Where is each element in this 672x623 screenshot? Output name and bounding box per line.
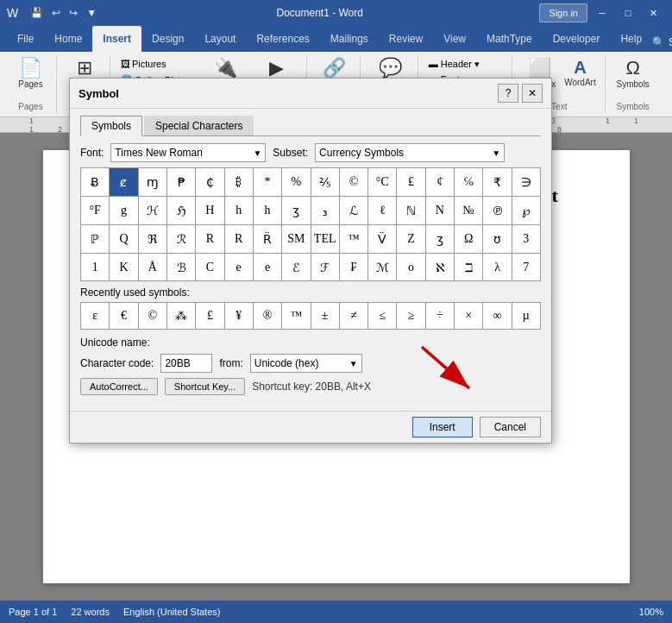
sign-in-button[interactable]: Sign in [539, 3, 587, 22]
symbol-cell[interactable]: ℓ [368, 197, 396, 224]
recent-symbol-cell[interactable]: ≠ [340, 303, 367, 329]
tab-file[interactable]: File [7, 26, 44, 52]
symbol-cell[interactable]: ℬ [167, 254, 195, 281]
minimize-button[interactable]: ─ [591, 3, 613, 22]
symbol-cell[interactable]: ℶ [455, 254, 482, 281]
cancel-button[interactable]: Cancel [480, 417, 541, 437]
symbol-cell[interactable]: ℌ [167, 197, 195, 224]
symbol-cell[interactable]: TEL [311, 225, 339, 253]
symbol-cell[interactable]: e [225, 254, 253, 281]
pages-button[interactable]: 📄 Pages [15, 57, 46, 91]
symbol-cell[interactable]: ℗ [483, 197, 511, 224]
symbol-cell[interactable]: R̈ [254, 225, 281, 253]
close-button[interactable]: ✕ [643, 3, 665, 22]
symbol-cell[interactable]: ȼ [110, 168, 137, 196]
recent-symbol-cell[interactable]: ε [81, 303, 109, 329]
symbol-cell[interactable]: h [225, 197, 253, 224]
tab-references[interactable]: References [246, 26, 319, 52]
recent-symbol-cell[interactable]: € [110, 303, 137, 329]
symbol-cell[interactable]: °C [368, 168, 396, 196]
recent-symbol-cell[interactable]: ® [254, 303, 281, 329]
symbol-cell[interactable]: 1 [81, 254, 109, 281]
symbol-cell[interactable]: ℋ [139, 197, 166, 224]
tab-help[interactable]: Help [610, 26, 652, 52]
tab-view[interactable]: View [433, 26, 476, 52]
autocorrect-button[interactable]: AutoCorrect... [80, 378, 158, 395]
save-qat-btn[interactable]: 💾 [27, 5, 47, 21]
symbol-cell[interactable]: SM [282, 225, 310, 253]
tab-insert[interactable]: Insert [92, 26, 141, 52]
tab-design[interactable]: Design [141, 26, 194, 52]
font-select[interactable]: Times New Roman ▼ [110, 143, 266, 162]
symbol-cell[interactable]: ∋ [512, 168, 540, 196]
symbol-cell[interactable]: ℰ [282, 254, 310, 281]
recent-symbol-cell[interactable]: ≤ [368, 303, 396, 329]
recent-symbol-cell[interactable]: © [139, 303, 166, 329]
symbol-cell[interactable]: 7 [512, 254, 540, 281]
symbol-cell[interactable]: g [110, 197, 137, 224]
symbol-cell[interactable]: % [282, 168, 310, 196]
tab-home[interactable]: Home [44, 26, 92, 52]
subset-select[interactable]: Currency Symbols ▼ [315, 143, 505, 162]
recent-symbol-cell[interactable]: ™ [282, 303, 310, 329]
recent-symbol-cell[interactable]: ¥ [225, 303, 253, 329]
symbol-cell[interactable]: ₵ [196, 168, 223, 196]
tab-developer[interactable]: Developer [543, 26, 611, 52]
symbol-cell[interactable]: ₃ [311, 197, 339, 224]
symbol-cell[interactable]: ₣ [340, 254, 367, 281]
recent-symbol-cell[interactable]: ≥ [397, 303, 424, 329]
shortcut-key-button[interactable]: Shortcut Key... [165, 378, 245, 395]
wordart-button[interactable]: A WordArt [561, 57, 600, 89]
symbol-cell[interactable]: R [225, 225, 253, 253]
symbol-cell[interactable]: ™ [340, 225, 367, 253]
symbol-cell[interactable]: o [397, 254, 424, 281]
symbol-cell[interactable]: ʒ [426, 225, 454, 253]
symbol-cell[interactable]: Z [397, 225, 424, 253]
symbol-cell[interactable]: ₿ [225, 168, 253, 196]
recent-symbol-cell[interactable]: ∞ [483, 303, 511, 329]
symbol-cell[interactable]: № [455, 197, 482, 224]
tab-layout[interactable]: Layout [194, 26, 246, 52]
symbol-cell[interactable]: e [254, 254, 281, 281]
search-label[interactable]: Search [669, 36, 672, 48]
dialog-close-button[interactable]: ✕ [522, 84, 543, 103]
recent-symbol-cell[interactable]: ÷ [426, 303, 454, 329]
symbol-cell[interactable]: ℱ [311, 254, 339, 281]
pictures-button[interactable]: 🖼 Pictures [117, 57, 170, 71]
recent-symbol-cell[interactable]: × [455, 303, 482, 329]
symbol-cell[interactable]: V̈ [368, 225, 396, 253]
undo-qat-btn[interactable]: ↩ [48, 5, 64, 21]
symbol-cell[interactable]: ℜ [139, 225, 166, 253]
symbol-cell[interactable]: ₹ [483, 168, 511, 196]
header-button[interactable]: ▬ Header ▾ [425, 57, 483, 72]
symbol-cell[interactable]: Ƀ [81, 168, 109, 196]
symbol-cell[interactable]: Ω [455, 225, 482, 253]
symbol-cell[interactable]: ₤ [397, 168, 424, 196]
symbol-cell[interactable]: ℙ [81, 225, 109, 253]
recent-symbol-cell[interactable]: ± [311, 303, 339, 329]
recent-symbol-cell[interactable]: £ [196, 303, 223, 329]
tab-symbols[interactable]: Symbols [80, 116, 142, 136]
tab-mailings[interactable]: Mailings [320, 26, 379, 52]
symbol-cell[interactable]: * [254, 168, 281, 196]
symbol-cell[interactable]: ℘ [512, 197, 540, 224]
symbol-cell[interactable]: 3 [512, 225, 540, 253]
symbol-cell[interactable]: ℛ [167, 225, 195, 253]
symbol-cell[interactable]: C [196, 254, 223, 281]
symbol-cell[interactable]: ℒ [340, 197, 367, 224]
symbol-cell[interactable]: K [110, 254, 137, 281]
maximize-button[interactable]: □ [617, 3, 639, 22]
redo-qat-btn[interactable]: ↪ [66, 5, 81, 21]
symbol-cell[interactable]: N [426, 197, 454, 224]
symbol-cell[interactable]: ɱ [139, 168, 166, 196]
symbol-cell[interactable]: h [254, 197, 281, 224]
tab-review[interactable]: Review [379, 26, 433, 52]
symbols-button[interactable]: Ω Symbols [613, 57, 653, 91]
symbol-cell[interactable]: Å [139, 254, 166, 281]
symbol-cell[interactable]: ℅ [455, 168, 482, 196]
symbol-cell[interactable]: °F [81, 197, 109, 224]
qat-more-btn[interactable]: ▼ [83, 5, 100, 21]
symbol-cell[interactable]: R [196, 225, 223, 253]
insert-button[interactable]: Insert [412, 417, 473, 437]
symbol-cell[interactable]: ℳ [368, 254, 396, 281]
